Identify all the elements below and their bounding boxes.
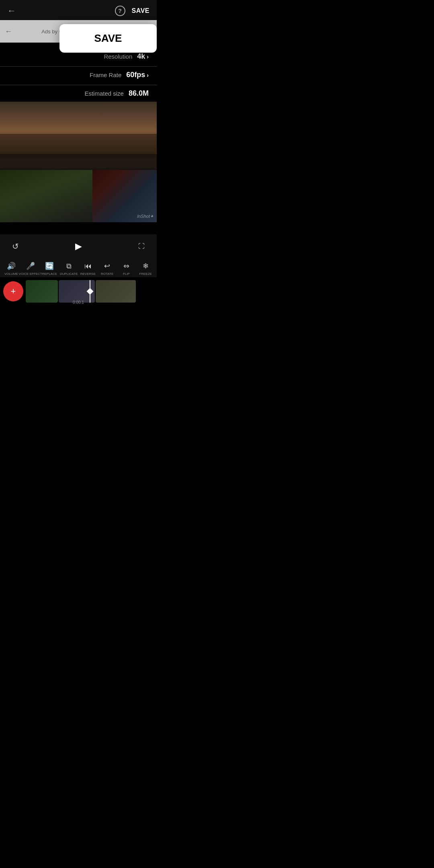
top-bar: ← ? SAVE — [0, 0, 157, 20]
add-clip-button[interactable]: + — [3, 281, 23, 301]
duplicate-label: DUPLICATE — [60, 272, 78, 276]
tool-replace[interactable]: 🔄 REPLACE — [40, 262, 59, 276]
save-modal-title: SAVE — [59, 24, 157, 53]
estimated-size-label: Estimated size — [84, 90, 124, 97]
timeline-clip-1[interactable] — [26, 280, 58, 303]
volume-icon: 🔊 — [7, 262, 16, 270]
clip-thumbnail-right: InShot✦ — [92, 170, 157, 222]
save-modal: SAVE — [59, 24, 157, 53]
timeline-clips — [26, 280, 154, 303]
estimated-size-value: 86.0M — [129, 89, 149, 98]
frame-rate-label: Frame Rate — [90, 72, 121, 78]
voice-effect-label: VOICE EFFECT — [19, 272, 42, 276]
play-button[interactable]: ▶ — [71, 239, 86, 254]
undo-button[interactable]: ↺ — [8, 239, 23, 254]
rotate-icon: ↩ — [104, 262, 110, 270]
volume-label: VOLUME — [4, 272, 18, 276]
save-top-button[interactable]: SAVE — [132, 7, 149, 14]
estimated-size-row: Estimated size 86.0M — [0, 85, 157, 102]
tool-volume[interactable]: 🔊 VOLUME — [2, 262, 21, 276]
resolution-chevron: › — [147, 53, 149, 60]
playback-controls: ↺ ▶ ⛶ — [0, 234, 157, 258]
top-bar-right: ? SAVE — [115, 6, 149, 16]
tool-rotate[interactable]: ↩ ROTATE — [98, 262, 117, 276]
timeline-clip-3[interactable] — [96, 280, 136, 303]
frame-rate-row[interactable]: Frame Rate 60fps › — [0, 66, 157, 83]
spacer — [0, 222, 157, 234]
flip-label: FLIP — [123, 272, 130, 276]
freeze-label: FREEZE — [139, 272, 152, 276]
help-button[interactable]: ? — [115, 6, 125, 16]
play-icon: ▶ — [75, 241, 82, 252]
tool-reverse[interactable]: ⏮ REVERSE — [78, 262, 98, 276]
replace-icon: 🔄 — [45, 262, 54, 270]
ad-back-icon[interactable]: ← — [5, 27, 12, 36]
timeline-playhead — [90, 280, 90, 303]
timeline-area: + 0:00.1 — [0, 277, 157, 305]
timeline-tools: 🔊 VOLUME 🎤 VOICE EFFECT 🔄 REPLACE ⧉ DUPL… — [0, 258, 157, 277]
thumbnail-strip: InShot✦ — [0, 170, 157, 222]
frame-rate-chevron: › — [147, 72, 149, 78]
flip-icon: ⇔ — [123, 262, 129, 270]
video-preview: InShot✦ — [0, 102, 157, 222]
time-display: 0:00.1 — [73, 300, 84, 305]
voice-effect-icon: 🎤 — [26, 262, 35, 270]
rotate-label: ROTATE — [101, 272, 113, 276]
fullscreen-button[interactable]: ⛶ — [134, 239, 149, 254]
frame-rate-value: 60fps › — [126, 71, 149, 79]
resolution-value: 4k › — [137, 52, 149, 61]
replace-label: REPLACE — [42, 272, 57, 276]
freeze-icon: ❄ — [143, 262, 149, 270]
clip-thumbnail-left — [0, 170, 92, 222]
tool-freeze[interactable]: ❄ FREEZE — [136, 262, 155, 276]
resolution-label: Resolution — [104, 53, 132, 60]
tool-voice-effect[interactable]: 🎤 VOICE EFFECT — [21, 262, 40, 276]
reverse-label: REVERSE — [80, 272, 96, 276]
undo-icon: ↺ — [12, 242, 19, 251]
tool-flip[interactable]: ⇔ FLIP — [117, 262, 136, 276]
fullscreen-icon: ⛶ — [138, 243, 145, 250]
inshot-watermark: InShot✦ — [137, 214, 154, 219]
reverse-icon: ⏮ — [84, 262, 92, 270]
back-button[interactable]: ← — [7, 6, 16, 16]
duplicate-icon: ⧉ — [66, 262, 72, 270]
tool-duplicate[interactable]: ⧉ DUPLICATE — [59, 262, 78, 276]
